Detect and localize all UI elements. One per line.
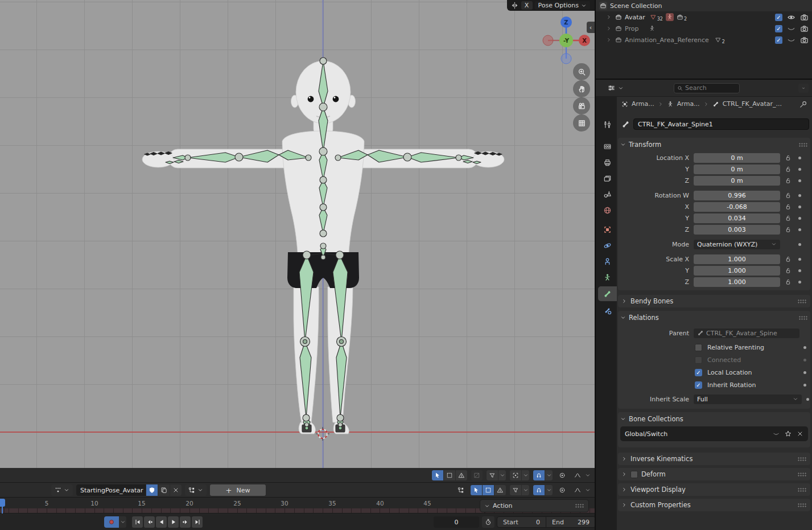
tab-scene[interactable] [598, 187, 617, 202]
unlink-action-button[interactable] [170, 484, 182, 496]
timeline-ruler[interactable]: 5 10 15 20 25 30 35 40 45 Action [0, 498, 595, 513]
outliner-item-label[interactable]: Prop [625, 25, 638, 32]
panel-bone-collections-header[interactable]: Bone Collections [620, 413, 808, 425]
animate-dot[interactable] [803, 384, 806, 387]
outliner-row-animation-area-reference[interactable]: Animation_Area_Reference 2 ✓ [596, 34, 812, 46]
fake-user-shield-button[interactable] [146, 484, 158, 496]
use-preview-range-button[interactable] [482, 516, 494, 528]
panel-relations-header[interactable]: Relations [620, 312, 808, 323]
tab-world[interactable] [598, 203, 617, 217]
lock-icon[interactable] [782, 177, 794, 184]
pin-icon[interactable] [799, 100, 807, 109]
scale-z-field[interactable]: 1.000 [694, 277, 780, 287]
eye-closed-icon[interactable] [787, 36, 795, 44]
animate-dot[interactable] [803, 371, 806, 374]
snap-dropdown[interactable] [545, 470, 553, 480]
falloff-dropdown-2[interactable] [584, 485, 591, 495]
animate-dot[interactable] [798, 269, 801, 272]
breadcrumb-bone[interactable]: CTRL_FK_Avatar_... [723, 100, 782, 108]
lock-icon[interactable] [782, 215, 794, 221]
only-errors-button-2[interactable] [494, 485, 506, 495]
tab-tool[interactable] [598, 117, 617, 132]
only-errors-button[interactable] [456, 470, 467, 480]
expand-chevron-icon[interactable] [606, 14, 612, 20]
animate-dot[interactable] [798, 179, 801, 182]
search-input[interactable]: Search [674, 83, 740, 93]
panel-viewport-display[interactable]: Viewport Display [618, 483, 810, 496]
relative-parenting-checkbox[interactable] [695, 344, 702, 351]
animate-dot[interactable] [798, 228, 801, 231]
slot-dropdown[interactable] [185, 484, 207, 496]
panel-transform-header[interactable]: Transform [620, 139, 808, 150]
current-frame-field[interactable]: 0 [434, 516, 479, 528]
tab-bone-constraints[interactable] [598, 303, 617, 318]
scale-x-field[interactable]: 1.000 [694, 254, 780, 264]
lock-icon[interactable] [782, 166, 794, 172]
panel-drag-dots[interactable] [575, 504, 584, 508]
bone-name-field[interactable]: CTRL_FK_Avatar_Spine1 [633, 118, 809, 130]
rotation-y-field[interactable]: 0.034 [694, 213, 780, 223]
tab-object-data[interactable] [598, 270, 617, 285]
eye-icon[interactable] [787, 13, 795, 22]
viewport-3d[interactable]: X Pose Options Z X -Y ‹ [0, 0, 595, 468]
filter-button-2[interactable] [510, 485, 521, 495]
checkbox-enabled[interactable]: ✓ [775, 36, 782, 44]
tweak-tool-button-2[interactable] [471, 485, 482, 495]
location-z-field[interactable]: 0 m [694, 176, 780, 186]
slot-icon-button[interactable] [455, 485, 467, 495]
action-datablock-dropdown[interactable] [51, 484, 73, 496]
camera-render-icon[interactable] [800, 36, 809, 44]
animate-dot[interactable] [798, 157, 801, 159]
expand-chevron-icon[interactable] [606, 26, 612, 31]
play-button[interactable] [168, 516, 179, 528]
animate-dot[interactable] [798, 194, 801, 197]
panel-drag-dots[interactable] [798, 488, 807, 492]
falloff-button-2[interactable] [572, 485, 583, 495]
rotation-x-field[interactable]: -0.068 [694, 202, 780, 212]
location-x-field[interactable]: 0 m [694, 153, 780, 163]
panel-deform[interactable]: Deform [618, 468, 810, 480]
animate-dot[interactable] [798, 258, 801, 261]
filter-button[interactable] [487, 470, 498, 480]
camera-render-icon[interactable] [800, 24, 809, 33]
checkbox-enabled[interactable]: ✓ [775, 25, 782, 32]
camera-render-icon[interactable] [800, 13, 809, 22]
snap-dropdown-2[interactable] [545, 485, 553, 495]
next-keyframe-button[interactable] [180, 516, 191, 528]
previous-keyframe-button[interactable] [144, 516, 155, 528]
eye-closed-icon[interactable] [787, 24, 795, 33]
proportional-edit-button-2[interactable] [557, 485, 568, 495]
animate-dot[interactable] [803, 346, 806, 349]
new-copy-button[interactable] [158, 484, 170, 496]
auto-keying-dropdown[interactable] [119, 516, 126, 528]
new-action-button[interactable]: +New [210, 484, 266, 496]
gizmo-axis-y-neg[interactable]: -Y [559, 34, 573, 47]
orthographic-button[interactable] [573, 114, 590, 132]
panel-drag-dots[interactable] [798, 299, 807, 303]
box-select-button[interactable] [444, 470, 455, 480]
falloff-button[interactable] [572, 470, 583, 480]
panel-custom-properties[interactable]: Custom Properties [618, 499, 810, 511]
expand-chevron-icon[interactable] [606, 37, 612, 43]
navigation-gizmo[interactable]: Z X -Y [538, 12, 595, 69]
animate-dot[interactable] [798, 281, 801, 284]
bone-collection-item[interactable]: Global/Switch [620, 426, 808, 441]
animate-dot[interactable] [798, 243, 801, 246]
rotation-w-field[interactable]: 0.996 [694, 191, 780, 200]
panel-drag-dots[interactable] [799, 316, 808, 320]
action-side-panel[interactable]: Action [480, 499, 589, 512]
checkbox-enabled[interactable]: ✓ [775, 14, 782, 21]
filter-dropdown-2[interactable] [522, 485, 529, 495]
outliner-row-avatar[interactable]: Avatar 32 2 ✓ [596, 11, 812, 23]
camera-view-button[interactable] [573, 97, 590, 114]
action-name-field[interactable]: StartingPose_Avatar [76, 484, 146, 496]
frame-start-field[interactable]: Start0 [497, 517, 546, 527]
outliner-row-scene-collection[interactable]: Scene Collection [596, 0, 812, 11]
proportional-edit-button[interactable] [557, 470, 568, 480]
normalize-button[interactable] [471, 470, 483, 480]
jump-to-start-button[interactable] [132, 516, 143, 528]
pivot-button[interactable] [510, 470, 521, 480]
tab-bone[interactable] [598, 286, 617, 301]
panel-drag-dots[interactable] [798, 473, 807, 476]
lock-icon[interactable] [782, 154, 794, 161]
